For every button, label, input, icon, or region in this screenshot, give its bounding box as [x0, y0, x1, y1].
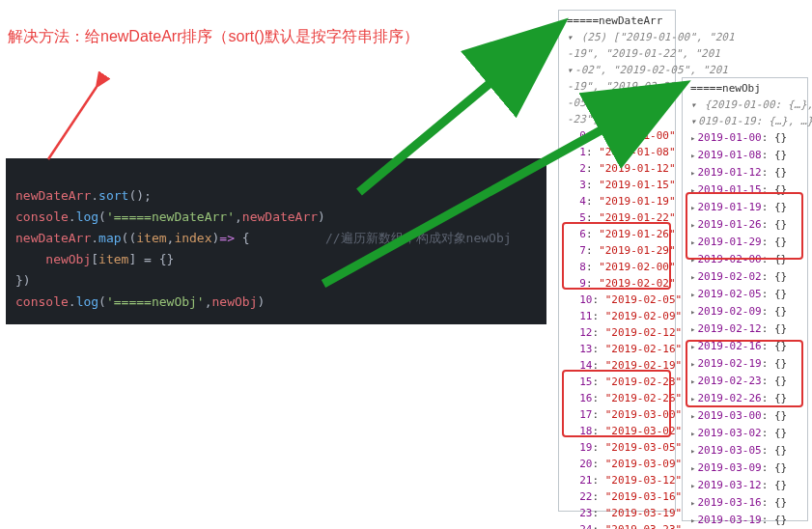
- code-l3-p2: index: [174, 231, 211, 245]
- object-item[interactable]: 2019-02-26: {}: [686, 390, 803, 407]
- code-l4-key: item: [98, 252, 128, 266]
- arr-summary-5: -05", "2019-03-: [567, 97, 662, 109]
- object-item[interactable]: 2019-01-19: {}: [686, 199, 803, 216]
- code-l2-fn: log: [76, 209, 98, 224]
- obj-summary-1: {2019-01-00: {…}, 201: [705, 98, 812, 111]
- console-array-panel[interactable]: =====newDateArr (25) ["2019-01-00", "201…: [558, 10, 676, 512]
- array-item[interactable]: 24: "2019-03-23": [563, 521, 671, 529]
- obj-summary-2: 019-01-19: {…}, …}: [698, 115, 812, 127]
- object-item[interactable]: 2019-03-12: {}: [686, 477, 803, 494]
- object-item[interactable]: 2019-03-00: {}: [686, 407, 803, 425]
- array-item[interactable]: 14: "2019-02-19": [563, 357, 671, 374]
- array-item[interactable]: 19: "2019-03-05": [563, 439, 671, 456]
- object-item[interactable]: 2019-02-12: {}: [686, 320, 803, 338]
- code-l1-fn: sort: [98, 188, 128, 203]
- arr-summary-3: -02", "2019-02-05", "201: [574, 64, 728, 76]
- code-l2-str: '=====newDateArr': [106, 209, 235, 224]
- code-editor: newDateArr.sort(); console.log('=====new…: [6, 158, 546, 324]
- array-item[interactable]: 3: "2019-01-15": [563, 177, 671, 193]
- object-item[interactable]: 2019-02-09: {}: [686, 303, 803, 320]
- object-item[interactable]: 2019-03-09: {}: [686, 459, 803, 477]
- arr-summary-1: (25) ["2019-01-00", "201: [581, 31, 735, 43]
- annotation-title: 解决方法：给newDateArr排序（sort()默认是按字符串排序）: [8, 27, 419, 47]
- object-item[interactable]: 2019-02-23: {}: [686, 373, 803, 390]
- console-obj-label: =====newObj: [686, 80, 803, 97]
- array-item[interactable]: 21: "2019-03-12": [563, 472, 671, 488]
- object-item[interactable]: 2019-02-16: {}: [686, 338, 803, 355]
- code-l6-obj: console: [15, 294, 69, 309]
- array-item[interactable]: 11: "2019-02-09": [563, 308, 671, 324]
- arr-summary-2: -19", "2019-01-22", "201: [567, 47, 720, 60]
- object-item[interactable]: 2019-03-02: {}: [686, 425, 803, 442]
- arr-summary-6: -23"]: [567, 113, 599, 125]
- code-l6-str: '=====newObj': [106, 294, 205, 309]
- code-l1-var: newDateArr: [15, 188, 91, 203]
- code-l3-p1: item: [136, 231, 166, 245]
- object-item[interactable]: 2019-02-02: {}: [686, 268, 803, 286]
- object-item[interactable]: 2019-01-15: {}: [686, 181, 803, 199]
- array-item[interactable]: 4: "2019-01-19": [563, 193, 671, 209]
- info-icon[interactable]: i: [601, 116, 610, 125]
- object-item[interactable]: 2019-03-16: {}: [686, 494, 803, 512]
- array-item[interactable]: 9: "2019-02-02": [563, 275, 671, 292]
- array-item[interactable]: 12: "2019-02-12": [563, 324, 671, 341]
- array-item[interactable]: 6: "2019-01-26": [563, 226, 671, 242]
- code-l2-obj: console: [15, 209, 69, 224]
- console-arr-summary[interactable]: (25) ["2019-01-00", "201: [563, 29, 671, 45]
- array-item[interactable]: 17: "2019-03-00": [563, 406, 671, 423]
- array-item[interactable]: 16: "2019-02-26": [563, 390, 671, 406]
- array-item[interactable]: 10: "2019-02-05": [563, 292, 671, 308]
- array-item[interactable]: 22: "2019-03-16": [563, 488, 671, 505]
- object-item[interactable]: 2019-01-12: {}: [686, 164, 803, 181]
- object-item[interactable]: 2019-03-19: {}: [686, 512, 803, 529]
- code-l2-arg: newDateArr: [242, 209, 318, 224]
- object-item[interactable]: 2019-03-05: {}: [686, 442, 803, 459]
- code-l6-arg: newObj: [212, 294, 258, 309]
- code-l3-var: newDateArr: [15, 231, 91, 245]
- array-item[interactable]: 0: "2019-01-00": [563, 127, 671, 144]
- object-item[interactable]: 2019-01-29: {}: [686, 234, 803, 251]
- code-l6-fn: log: [76, 294, 98, 309]
- console-arr-label: =====newDateArr: [563, 13, 671, 29]
- array-item[interactable]: 1: "2019-01-08": [563, 144, 671, 160]
- object-item[interactable]: 2019-02-05: {}: [686, 286, 803, 303]
- object-item[interactable]: 2019-01-00: {}: [686, 129, 803, 147]
- console-obj-summary[interactable]: {2019-01-00: {…}, 201: [686, 97, 803, 113]
- array-item[interactable]: 18: "2019-03-02": [563, 423, 671, 439]
- array-item[interactable]: 23: "2019-03-19": [563, 505, 671, 521]
- object-item[interactable]: 2019-02-00: {}: [686, 251, 803, 268]
- code-l3-comment: //遍历新数组，构成对象newObj: [325, 231, 512, 245]
- console-object-panel[interactable]: =====newObj {2019-01-00: {…}, 201 019-01…: [682, 77, 808, 521]
- object-item[interactable]: 2019-01-08: {}: [686, 147, 803, 164]
- object-item[interactable]: 2019-01-26: {}: [686, 216, 803, 234]
- array-item[interactable]: 20: "2019-03-09": [563, 456, 671, 472]
- array-item[interactable]: 5: "2019-01-22": [563, 209, 671, 226]
- array-item[interactable]: 8: "2019-02-00": [563, 259, 671, 275]
- code-l4-obj: newObj: [45, 252, 91, 266]
- svg-line-0: [48, 87, 97, 159]
- code-l3-fn: map: [98, 231, 121, 245]
- array-item[interactable]: 15: "2019-02-23": [563, 374, 671, 390]
- object-item[interactable]: 2019-02-19: {}: [686, 355, 803, 373]
- array-item[interactable]: 7: "2019-01-29": [563, 242, 671, 259]
- array-item[interactable]: 2: "2019-01-12": [563, 160, 671, 177]
- array-item[interactable]: 13: "2019-02-16": [563, 341, 671, 357]
